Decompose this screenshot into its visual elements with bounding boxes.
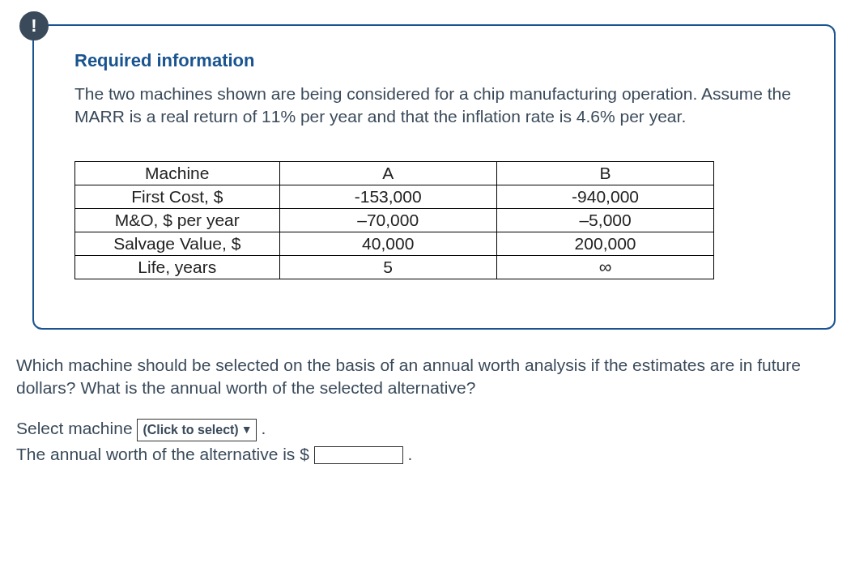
table-cell: –5,000 — [496, 208, 713, 232]
line1-suffix: . — [257, 419, 266, 437]
annual-worth-label: The annual worth of the alternative is $ — [16, 445, 314, 463]
alert-symbol: ! — [31, 15, 36, 36]
required-info-box: ! Required information The two machines … — [32, 24, 836, 330]
table-cell: -153,000 — [279, 185, 496, 208]
section-heading: Required information — [74, 50, 802, 71]
annual-worth-input[interactable] — [314, 446, 403, 464]
info-paragraph: The two machines shown are being conside… — [74, 83, 802, 129]
table-cell: 5 — [279, 255, 496, 279]
table-cell: B — [496, 161, 713, 185]
table-row: M&O, $ per year –70,000 –5,000 — [75, 208, 714, 232]
select-machine-label: Select machine — [16, 419, 137, 437]
infinity-symbol: ∞ — [599, 257, 612, 277]
table-cell: Life, years — [75, 255, 280, 279]
question-text: Which machine should be selected on the … — [16, 354, 852, 400]
table-cell: Salvage Value, $ — [75, 232, 280, 255]
table-cell: Machine — [75, 161, 280, 185]
table-row: Salvage Value, $ 40,000 200,000 — [75, 232, 714, 255]
dropdown-label: (Click to select) — [143, 420, 238, 440]
table-row: First Cost, $ -153,000 -940,000 — [75, 185, 714, 208]
table-cell: 200,000 — [496, 232, 713, 255]
answer-section: Select machine (Click to select)▼ . The … — [16, 415, 852, 467]
table-cell: 40,000 — [279, 232, 496, 255]
chevron-down-icon: ▼ — [241, 421, 253, 438]
table-row: Machine A B — [75, 161, 714, 185]
table-cell: A — [279, 161, 496, 185]
table-cell: First Cost, $ — [75, 185, 280, 208]
table-cell: M&O, $ per year — [75, 208, 280, 232]
machine-select-dropdown[interactable]: (Click to select)▼ — [137, 419, 256, 441]
alert-icon: ! — [19, 11, 49, 40]
table-cell: -940,000 — [496, 185, 713, 208]
line2-suffix: . — [403, 445, 413, 463]
table-row: Life, years 5 ∞ — [75, 255, 714, 279]
table-cell: –70,000 — [279, 208, 496, 232]
machine-table: Machine A B First Cost, $ -153,000 -940,… — [74, 161, 714, 279]
table-cell: ∞ — [496, 255, 713, 279]
